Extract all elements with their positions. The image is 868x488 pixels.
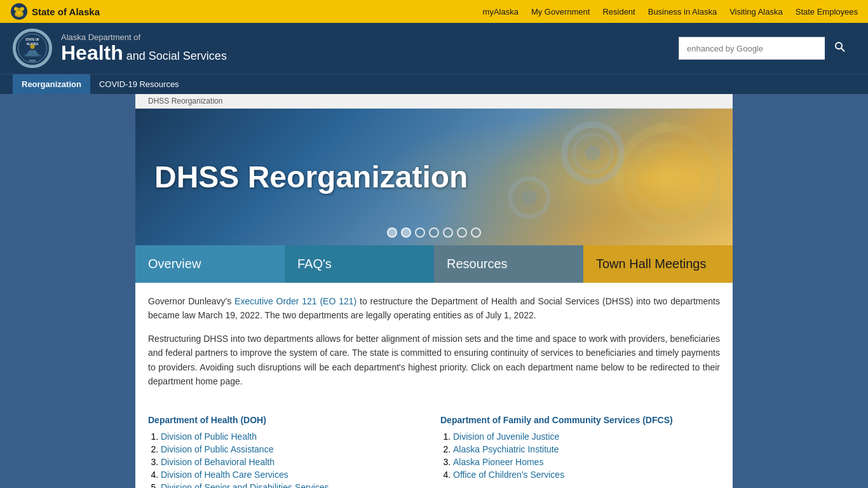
nav-reorganization[interactable]: Reorganization — [13, 74, 90, 94]
doh-item-4: Division of Health Care Services — [161, 470, 428, 480]
para1-prefix: Governor Dunleavy's — [148, 296, 234, 306]
nav-visiting[interactable]: Visiting Alaska — [729, 7, 783, 17]
logo-area: STATE OF ALASKA DHSS Alaska Department o… — [13, 29, 227, 68]
tab-townhall[interactable]: Town Hall Meetings — [583, 245, 733, 283]
doh-list: Division of Public Health Division of Pu… — [148, 431, 428, 488]
svg-point-11 — [836, 43, 842, 49]
dfcs-link-4[interactable]: Office of Children's Services — [453, 470, 564, 480]
dfcs-item-3: Alaska Pioneer Homes — [453, 457, 720, 467]
dfcs-item-2: Alaska Psychiatric Institute — [453, 444, 720, 454]
search-area — [679, 37, 855, 60]
paragraph-1: Governor Dunleavy's Executive Order 121 … — [148, 294, 720, 323]
dfcs-item-4: Office of Children's Services — [453, 470, 720, 480]
doh-item-1: Division of Public Health — [161, 431, 428, 442]
doh-link-5[interactable]: Division of Senior and Disabilities Serv… — [161, 482, 329, 488]
dfcs-title[interactable]: Department of Family and Community Servi… — [440, 415, 720, 425]
search-icon — [834, 41, 846, 53]
slider-dot-3[interactable] — [415, 227, 425, 238]
main-text: Governor Dunleavy's Executive Order 121 … — [135, 283, 733, 409]
tab-faqs[interactable]: FAQ's — [285, 245, 434, 283]
dfcs-item-1: Division of Juvenile Justice — [453, 431, 720, 442]
doh-item-3: Division of Behavioral Health — [161, 457, 428, 467]
departments-section: Department of Health (DOH) Division of P… — [135, 409, 733, 488]
svg-point-23 — [612, 121, 720, 236]
state-name: State of Alaska — [32, 6, 100, 17]
doh-column: Department of Health (DOH) Division of P… — [148, 415, 428, 488]
doh-link-4[interactable]: Division of Health Care Services — [161, 470, 288, 480]
dept-title: Alaska Department of Health and Social S… — [61, 32, 227, 64]
slider-dot-6[interactable] — [457, 227, 467, 238]
svg-text:DHSS: DHSS — [29, 60, 36, 62]
doh-item-5: Division of Senior and Disabilities Serv… — [161, 482, 428, 488]
doh-item-2: Division of Public Assistance — [161, 444, 428, 454]
slider-dots — [387, 227, 481, 238]
svg-point-9 — [30, 44, 34, 49]
eo121-link[interactable]: Executive Order 121 (EO 121) — [234, 296, 356, 306]
dept-line1: Alaska Department of — [61, 32, 227, 42]
dfcs-link-3[interactable]: Alaska Pioneer Homes — [453, 457, 543, 467]
department-seal: STATE OF ALASKA DHSS — [13, 29, 52, 68]
tab-resources[interactable]: Resources — [434, 245, 583, 283]
slider-dot-1[interactable] — [387, 227, 397, 238]
doh-link-1[interactable]: Division of Public Health — [161, 431, 257, 442]
hero-banner: DHSS Reorganization — [135, 109, 733, 245]
breadcrumb-text: DHSS Reorganization — [148, 97, 222, 105]
health-text: Health — [61, 41, 123, 64]
dfcs-list: Division of Juvenile Justice Alaska Psyc… — [440, 431, 720, 480]
dfcs-link-1[interactable]: Division of Juvenile Justice — [453, 431, 559, 442]
doh-link-3[interactable]: Division of Behavioral Health — [161, 457, 275, 467]
slider-dot-4[interactable] — [429, 227, 439, 238]
doh-title[interactable]: Department of Health (DOH) — [148, 415, 428, 425]
dfcs-link-2[interactable]: Alaska Psychiatric Institute — [453, 444, 559, 454]
top-bar: State of Alaska myAlaska My Government R… — [0, 0, 868, 23]
svg-point-22 — [585, 146, 600, 161]
state-logo-area: State of Alaska — [10, 3, 137, 20]
paragraph-2: Restructuring DHSS into two departments … — [148, 332, 720, 389]
dfcs-column: Department of Family and Community Servi… — [440, 415, 720, 488]
nav-myalaska[interactable]: myAlaska — [483, 7, 519, 17]
main-nav: Reorganization COVID-19 Resources — [0, 74, 868, 94]
top-nav-links: myAlaska My Government Resident Business… — [483, 7, 858, 17]
slider-dot-7[interactable] — [471, 227, 481, 238]
svg-point-25 — [522, 190, 537, 205]
search-button[interactable] — [825, 37, 855, 60]
and-social-text: and Social Services — [123, 50, 227, 62]
doh-link-2[interactable]: Division of Public Assistance — [161, 444, 273, 454]
tabs-bar: Overview FAQ's Resources Town Hall Meeti… — [135, 245, 733, 283]
content-wrapper: DHSS Reorganization — [135, 94, 733, 488]
nav-mygovernment[interactable]: My Government — [531, 7, 590, 17]
nav-covid[interactable]: COVID-19 Resources — [90, 74, 188, 94]
tab-overview[interactable]: Overview — [135, 245, 285, 283]
nav-resident[interactable]: Resident — [602, 7, 635, 17]
breadcrumb: DHSS Reorganization — [135, 94, 733, 109]
nav-employees[interactable]: State Employees — [796, 7, 858, 17]
bear-icon — [10, 3, 28, 20]
dept-main-title: Health and Social Services — [61, 42, 227, 64]
site-header: STATE OF ALASKA DHSS Alaska Department o… — [0, 23, 868, 74]
nav-business[interactable]: Business in Alaska — [648, 7, 717, 17]
slider-dot-2[interactable] — [401, 227, 411, 238]
svg-text:STATE OF: STATE OF — [25, 38, 39, 41]
hero-title: DHSS Reorganization — [135, 159, 468, 194]
svg-point-4 — [16, 8, 22, 15]
search-input[interactable] — [679, 37, 825, 60]
slider-dot-5[interactable] — [443, 227, 453, 238]
svg-line-12 — [841, 48, 844, 51]
